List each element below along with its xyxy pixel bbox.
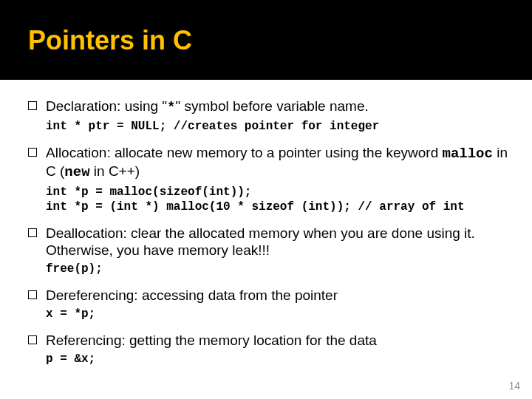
- item-allocation: Allocation: allocate new memory to a poi…: [28, 144, 516, 214]
- title-bar: Pointers in C: [0, 0, 532, 80]
- page-number: 14: [508, 380, 520, 392]
- referencing-text: Referencing: getting the memory location…: [46, 332, 377, 349]
- dereferencing-code: x = *p;: [46, 307, 516, 321]
- decl-star: *: [167, 99, 175, 115]
- dereferencing-text: Dereferencing: accessing data from the p…: [46, 287, 338, 304]
- alloc-pre: Allocation: allocate new memory to a poi…: [46, 145, 443, 160]
- bullet-icon: [28, 101, 37, 110]
- deallocation-code: free(p);: [46, 262, 516, 276]
- bullet-icon: [28, 290, 37, 299]
- alloc-kw1: malloc: [443, 146, 493, 162]
- deallocation-text: Deallocation: clear the allocated memory…: [46, 225, 516, 259]
- bullet-icon: [28, 228, 37, 237]
- referencing-code: p = &x;: [46, 352, 516, 366]
- item-referencing: Referencing: getting the memory location…: [28, 332, 516, 366]
- allocation-code1: int *p = malloc(sizeof(int));: [46, 185, 516, 200]
- bullet-icon: [28, 148, 37, 157]
- decl-pre: Declaration: using ": [46, 98, 167, 114]
- bullet-icon: [28, 335, 37, 344]
- item-dereferencing: Dereferencing: accessing data from the p…: [28, 287, 516, 321]
- slide-content: Declaration: using "*" symbol before var…: [28, 98, 516, 366]
- decl-post: " symbol before variable name.: [176, 98, 369, 114]
- declaration-code: int * ptr = NULL; //creates pointer for …: [46, 119, 516, 134]
- allocation-code2: int *p = (int *) malloc(10 * sizeof (int…: [46, 200, 516, 214]
- item-deallocation: Deallocation: clear the allocated memory…: [28, 225, 516, 276]
- allocation-text: Allocation: allocate new memory to a poi…: [46, 144, 516, 181]
- declaration-text: Declaration: using "*" symbol before var…: [46, 98, 369, 116]
- alloc-kw2: new: [64, 164, 89, 180]
- slide-title: Pointers in C: [28, 25, 192, 56]
- alloc-post: in C++): [90, 163, 140, 179]
- item-declaration: Declaration: using "*" symbol before var…: [28, 98, 516, 134]
